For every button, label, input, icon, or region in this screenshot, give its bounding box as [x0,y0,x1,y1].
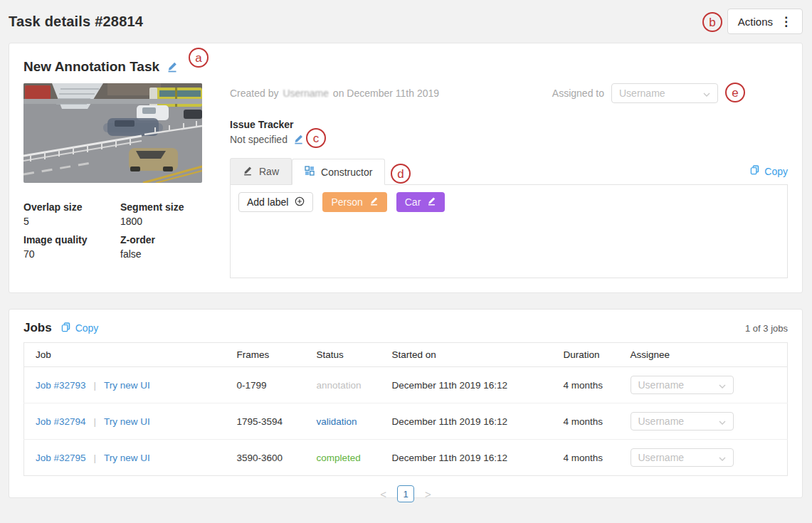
started-on-value: December 11th 2019 16:12 [381,403,552,440]
task-detail-column: Created by Username on December 11th 201… [230,58,788,278]
column-frames: Frames [226,343,305,367]
jobs-card: Jobs Copy 1 of 3 jobs Job Frames Status … [9,309,803,498]
created-date: December 11th 2019 [347,88,439,99]
task-parameters: Overlap size 5 Segment size 1800 Image q… [23,200,203,261]
pencil-icon [243,166,253,178]
jobs-table: Job Frames Status Started on Duration As… [23,342,788,476]
next-page-button[interactable]: > [425,489,431,500]
column-job: Job [24,343,226,367]
chevron-down-icon [719,416,726,427]
duration-value: 4 months [552,403,619,440]
param-overlap-size: Overlap size 5 [23,200,120,228]
assignee-select[interactable]: Username [611,83,718,103]
separator: | [94,416,97,427]
edit-task-name-icon[interactable] [167,61,178,73]
build-blocks-icon [305,166,315,178]
edit-issue-tracker-icon[interactable] [293,134,305,145]
labels-constructor-panel: Add label Person Car [230,184,788,278]
task-name: New Annotation Task [23,59,159,75]
table-row: Job #32795|Try new UI 3590-3600 complete… [24,440,788,476]
chevron-down-icon [719,379,726,391]
assigned-to-label: Assigned to [552,88,604,99]
started-on-value: December 11th 2019 16:12 [381,367,552,403]
pencil-icon [427,196,436,208]
copy-icon [61,322,70,334]
table-row: Job #32793|Try new UI 0-1799 annotation … [24,367,788,403]
param-z-order: Z-order false [120,233,203,261]
page-1-button[interactable]: 1 [397,485,414,502]
issue-tracker-value: Not specified [230,134,288,145]
separator: | [94,453,97,463]
frames-value: 1795-3594 [226,403,305,440]
creator-username: Username [283,88,329,99]
duration-value: 4 months [552,440,619,476]
job-link[interactable]: Job #32794 [36,416,86,427]
jobs-count: 1 of 3 jobs [745,323,788,334]
assignee-select[interactable]: Username [631,448,734,467]
callout-c: c [306,128,326,148]
table-header-row: Job Frames Status Started on Duration As… [24,343,788,367]
pagination: < 1 > [23,485,788,502]
task-summary-column: New Annotation Task [23,58,203,278]
page-title: Task details #28814 [9,14,143,30]
separator: | [94,380,97,391]
actions-button[interactable]: Actions ⋮ [727,9,803,34]
plus-circle-icon [295,196,305,208]
copy-labels-link[interactable]: Copy [750,165,788,177]
actions-button-label: Actions [738,16,773,28]
param-segment-size: Segment size 1800 [120,200,203,228]
status-value: validation [305,403,381,440]
chevron-down-icon [703,88,710,99]
try-new-ui-link[interactable]: Try new UI [104,453,150,463]
column-assignee: Assignee [619,343,788,367]
add-label-button[interactable]: Add label [238,192,313,212]
column-status: Status [305,343,381,367]
labels-tabs: Raw Constructor [230,158,788,184]
ellipsis-vertical-icon: ⋮ [780,16,792,28]
assignee-select[interactable]: Username [631,412,734,430]
assignee-select[interactable]: Username [631,376,734,394]
prev-page-button[interactable]: < [380,489,386,500]
duration-value: 4 months [552,367,619,403]
status-value: annotation [305,367,381,403]
job-link[interactable]: Job #32795 [36,453,86,463]
callout-a: a [189,48,209,68]
copy-icon [750,165,759,177]
pencil-icon [369,196,379,208]
job-link[interactable]: Job #32793 [36,380,86,391]
table-row: Job #32794|Try new UI 1795-3594 validati… [24,403,788,440]
label-chip-person[interactable]: Person [322,192,386,212]
try-new-ui-link[interactable]: Try new UI [104,416,150,427]
callout-d: d [391,164,411,184]
column-duration: Duration [552,343,619,367]
tab-constructor[interactable]: Constructor [292,159,385,185]
frames-value: 3590-3600 [226,440,305,476]
top-bar: Task details #28814 Actions ⋮ [0,0,812,43]
frames-value: 0-1799 [226,367,305,403]
status-value: completed [305,440,381,476]
started-on-value: December 11th 2019 16:12 [381,440,552,476]
chevron-down-icon [719,452,726,463]
label-chip-car[interactable]: Car [396,192,445,212]
column-started-on: Started on [381,343,552,367]
callout-b: b [702,12,722,32]
task-preview-image [23,83,202,183]
try-new-ui-link[interactable]: Try new UI [104,380,150,391]
tab-raw[interactable]: Raw [230,158,292,184]
jobs-title: Jobs [23,321,52,335]
created-by-text: Created by Username on December 11th 201… [230,88,439,99]
copy-jobs-link[interactable]: Copy [61,322,99,334]
callout-e: e [725,83,745,102]
param-image-quality: Image quality 70 [23,233,120,261]
